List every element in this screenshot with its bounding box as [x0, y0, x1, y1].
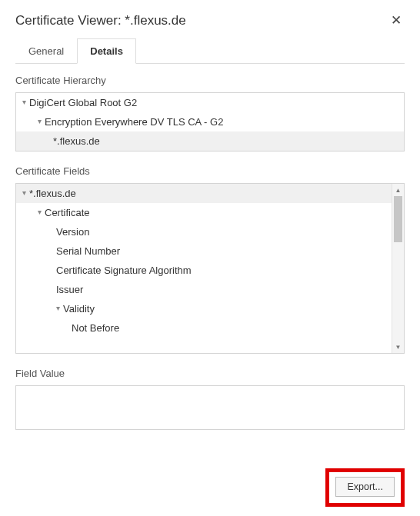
tab-general[interactable]: General [15, 38, 77, 64]
field-row-sigalg[interactable]: Certificate Signature Algorithm [16, 261, 392, 280]
field-row-certificate[interactable]: ▾ Certificate [16, 203, 392, 222]
field-sigalg-label: Certificate Signature Algorithm [56, 265, 192, 276]
caret-down-icon: ▾ [22, 98, 26, 106]
tab-bar: General Details [15, 38, 405, 64]
scroll-up-icon[interactable]: ▲ [392, 184, 404, 196]
field-row-validity[interactable]: ▾ Validity [16, 299, 392, 318]
caret-down-icon: ▾ [56, 304, 60, 312]
footer: Export... [325, 468, 405, 507]
hierarchy-leaf-label: *.flexus.de [53, 135, 100, 147]
window-title: Certificate Viewer: *.flexus.de [15, 13, 186, 28]
hierarchy-row-intermediate[interactable]: ▾ Encryption Everywhere DV TLS CA - G2 [16, 112, 404, 131]
field-value-section-label: Field Value [15, 368, 405, 379]
close-icon[interactable]: ✕ [388, 11, 405, 30]
field-row-version[interactable]: Version [16, 222, 392, 241]
caret-down-icon: ▾ [38, 117, 42, 125]
field-row-notbefore[interactable]: Not Before [16, 318, 392, 338]
field-version-label: Version [56, 226, 89, 238]
certificate-viewer: Certificate Viewer: *.flexus.de ✕ Genera… [0, 0, 420, 516]
caret-down-icon: ▾ [38, 208, 42, 216]
scroll-down-icon[interactable]: ▼ [392, 341, 404, 353]
fields-tree: ▾ *.flexus.de ▾ Certificate Version Seri… [15, 183, 405, 354]
hierarchy-intermediate-label: Encryption Everywhere DV TLS CA - G2 [45, 116, 223, 128]
scrollbar-thumb[interactable] [394, 196, 402, 242]
field-serial-label: Serial Number [56, 245, 120, 257]
hierarchy-tree: ▾ DigiCert Global Root G2 ▾ Encryption E… [15, 92, 405, 151]
export-button[interactable]: Export... [335, 477, 395, 497]
hierarchy-row-leaf[interactable]: *.flexus.de [16, 131, 404, 151]
header: Certificate Viewer: *.flexus.de ✕ [15, 0, 405, 38]
scrollbar[interactable]: ▲ ▼ [392, 184, 404, 353]
hierarchy-root-label: DigiCert Global Root G2 [29, 97, 137, 108]
field-row-subject[interactable]: ▾ *.flexus.de [16, 184, 392, 203]
fields-section-label: Certificate Fields [15, 165, 405, 177]
field-validity-label: Validity [63, 303, 95, 315]
field-subject-label: *.flexus.de [29, 188, 76, 199]
field-row-serial[interactable]: Serial Number [16, 241, 392, 261]
field-certificate-label: Certificate [45, 207, 90, 218]
field-row-issuer[interactable]: Issuer [16, 280, 392, 299]
field-notbefore-label: Not Before [72, 322, 119, 334]
field-value-box [15, 385, 405, 430]
export-highlight: Export... [325, 468, 405, 507]
hierarchy-section-label: Certificate Hierarchy [15, 75, 405, 86]
tab-details[interactable]: Details [77, 38, 136, 64]
field-issuer-label: Issuer [56, 284, 83, 295]
caret-down-icon: ▾ [22, 188, 26, 197]
hierarchy-row-root[interactable]: ▾ DigiCert Global Root G2 [16, 93, 404, 112]
